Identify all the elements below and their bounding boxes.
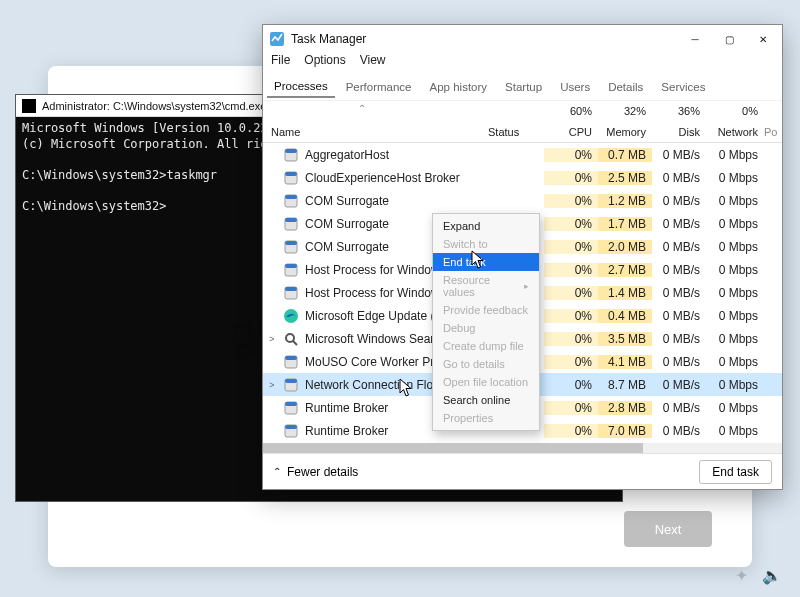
- process-row[interactable]: CloudExperienceHost Broker0%2.5 MB0 MB/s…: [263, 166, 782, 189]
- process-network: 0 Mbps: [706, 263, 764, 277]
- col-po[interactable]: Po: [764, 126, 782, 142]
- process-icon: [283, 423, 299, 439]
- svg-point-16: [286, 334, 294, 342]
- tab-details[interactable]: Details: [601, 77, 650, 97]
- svg-rect-4: [285, 172, 297, 176]
- process-memory: 0.7 MB: [598, 148, 652, 162]
- scrollbar-thumb[interactable]: [263, 443, 643, 453]
- ctx-open-file-location[interactable]: Open file location: [433, 373, 539, 391]
- menu-file[interactable]: File: [271, 53, 290, 73]
- horizontal-scrollbar[interactable]: [263, 443, 782, 453]
- process-disk: 0 MB/s: [652, 194, 706, 208]
- process-disk: 0 MB/s: [652, 401, 706, 415]
- process-network: 0 Mbps: [706, 424, 764, 438]
- process-memory: 2.8 MB: [598, 401, 652, 415]
- accessibility-icon[interactable]: ✦: [735, 566, 748, 585]
- chevron-right-icon: ▸: [524, 281, 529, 291]
- process-icon: [283, 308, 299, 324]
- col-cpu[interactable]: CPU: [544, 126, 598, 142]
- tab-users[interactable]: Users: [553, 77, 597, 97]
- ctx-search-online[interactable]: Search online: [433, 391, 539, 409]
- task-manager-titlebar[interactable]: Task Manager ─ ▢ ✕: [263, 25, 782, 53]
- svg-point-15: [284, 309, 298, 323]
- process-memory: 3.5 MB: [598, 332, 652, 346]
- ctx-provide-feedback: Provide feedback: [433, 301, 539, 319]
- fewer-details-label: Fewer details: [287, 465, 358, 479]
- process-icon: [283, 216, 299, 232]
- process-icon: [283, 147, 299, 163]
- end-task-button[interactable]: End task: [699, 460, 772, 484]
- tab-processes[interactable]: Processes: [267, 76, 335, 98]
- system-tray: ✦ 🔈: [735, 566, 782, 585]
- maximize-button[interactable]: ▢: [716, 29, 742, 49]
- col-status[interactable]: Status: [488, 126, 544, 142]
- task-manager-title: Task Manager: [291, 32, 682, 46]
- process-cpu: 0%: [544, 240, 598, 254]
- process-memory: 0.4 MB: [598, 309, 652, 323]
- svg-rect-19: [285, 356, 297, 360]
- network-usage: 0%: [706, 105, 764, 117]
- close-button[interactable]: ✕: [750, 29, 776, 49]
- col-name[interactable]: Name: [263, 126, 488, 142]
- expand-toggle[interactable]: >: [263, 380, 281, 390]
- ctx-create-dump[interactable]: Create dump file: [433, 337, 539, 355]
- svg-rect-14: [285, 287, 297, 291]
- ctx-debug: Debug: [433, 319, 539, 337]
- col-memory[interactable]: Memory: [598, 126, 652, 142]
- tab-strip: Processes Performance App history Startu…: [263, 73, 782, 101]
- process-network: 0 Mbps: [706, 332, 764, 346]
- process-network: 0 Mbps: [706, 355, 764, 369]
- ctx-resource-values[interactable]: Resource values ▸: [433, 271, 539, 301]
- column-headers: ⌃ 60% 32% 36% 0% Name Status CPU Memory …: [263, 101, 782, 143]
- ctx-properties[interactable]: Properties: [433, 409, 539, 427]
- process-network: 0 Mbps: [706, 378, 764, 392]
- process-cpu: 0%: [544, 286, 598, 300]
- ctx-expand[interactable]: Expand: [433, 217, 539, 235]
- process-cpu: 0%: [544, 309, 598, 323]
- process-row[interactable]: AggregatorHost0%0.7 MB0 MB/s0 Mbps: [263, 143, 782, 166]
- menu-options[interactable]: Options: [304, 53, 345, 73]
- svg-line-17: [293, 341, 297, 345]
- process-memory: 2.0 MB: [598, 240, 652, 254]
- ctx-end-task[interactable]: End task: [433, 253, 539, 271]
- process-cpu: 0%: [544, 148, 598, 162]
- process-memory: 2.7 MB: [598, 263, 652, 277]
- process-cpu: 0%: [544, 332, 598, 346]
- process-disk: 0 MB/s: [652, 309, 706, 323]
- process-cpu: 0%: [544, 171, 598, 185]
- process-icon: [283, 377, 299, 393]
- cursor-icon: [399, 378, 413, 398]
- process-disk: 0 MB/s: [652, 355, 706, 369]
- process-disk: 0 MB/s: [652, 378, 706, 392]
- fewer-details-button[interactable]: ⌃ Fewer details: [273, 465, 358, 479]
- svg-rect-25: [285, 425, 297, 429]
- svg-rect-21: [285, 379, 297, 383]
- cpu-usage: 60%: [544, 105, 598, 117]
- next-button[interactable]: Next: [624, 511, 712, 547]
- col-network[interactable]: Network: [706, 126, 764, 142]
- process-memory: 2.5 MB: [598, 171, 652, 185]
- process-network: 0 Mbps: [706, 171, 764, 185]
- col-disk[interactable]: Disk: [652, 126, 706, 142]
- volume-icon[interactable]: 🔈: [762, 566, 782, 585]
- tab-performance[interactable]: Performance: [339, 77, 419, 97]
- svg-rect-6: [285, 195, 297, 199]
- process-disk: 0 MB/s: [652, 424, 706, 438]
- tab-services[interactable]: Services: [654, 77, 712, 97]
- footer: ⌃ Fewer details End task: [263, 453, 782, 489]
- svg-rect-2: [285, 149, 297, 153]
- process-icon: [283, 331, 299, 347]
- process-row[interactable]: COM Surrogate0%1.2 MB0 MB/s0 Mbps: [263, 189, 782, 212]
- ctx-go-to-details[interactable]: Go to details: [433, 355, 539, 373]
- expand-toggle[interactable]: >: [263, 334, 281, 344]
- tab-app-history[interactable]: App history: [423, 77, 495, 97]
- menu-view[interactable]: View: [360, 53, 386, 73]
- tab-startup[interactable]: Startup: [498, 77, 549, 97]
- context-menu: Expand Switch to End task Resource value…: [432, 213, 540, 431]
- process-cpu: 0%: [544, 194, 598, 208]
- minimize-button[interactable]: ─: [682, 29, 708, 49]
- ctx-switch-to: Switch to: [433, 235, 539, 253]
- process-cpu: 0%: [544, 217, 598, 231]
- process-name: COM Surrogate: [281, 193, 488, 209]
- process-disk: 0 MB/s: [652, 263, 706, 277]
